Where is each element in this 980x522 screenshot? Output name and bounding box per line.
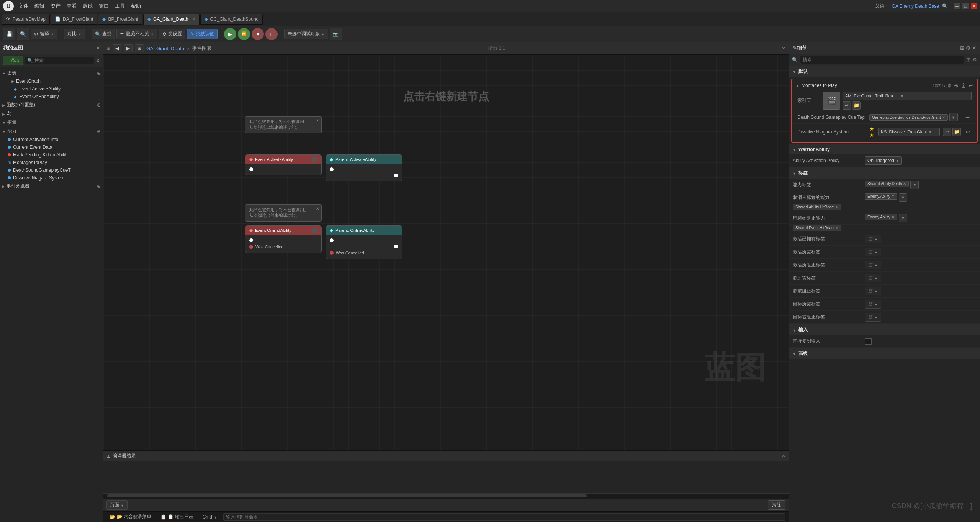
stop-button[interactable]: ■ — [252, 28, 264, 40]
breadcrumb-root[interactable]: GA_Giant_Death — [146, 46, 184, 51]
variables-section[interactable]: 变量 — [0, 118, 103, 127]
checkbox-direct-copy[interactable] — [865, 338, 872, 345]
parent-value[interactable]: GA Enemy Death Base — [892, 3, 939, 9]
chip-remove-icon[interactable]: ✕ — [836, 205, 839, 209]
console-input[interactable] — [223, 513, 785, 521]
input-section-header[interactable]: 输入 — [789, 324, 980, 335]
add-function-icon[interactable]: ⊕ — [97, 102, 101, 108]
compare-button[interactable]: 对比 — [64, 29, 85, 39]
page-button[interactable]: 页面 — [106, 500, 128, 510]
node-parent-on-end-ability[interactable]: ◆ Parent: OnEndAbility Was Cancelled — [326, 225, 402, 259]
menu-help[interactable]: 帮助 — [131, 3, 141, 10]
canvas[interactable]: 点击右键新建节点 蓝图 此节点被禁用，将不会被调用。从引脚连出线来编译功能。 ✕… — [103, 55, 789, 450]
empty-tag-dropdown[interactable]: 空 — [865, 300, 881, 309]
ability-section[interactable]: 能力 ⊕ — [0, 127, 103, 136]
node-event-on-end-ability[interactable]: ◆ Event OnEndAbility Was Cancelled — [245, 225, 322, 253]
settings-icon[interactable]: ⚙ — [966, 45, 970, 51]
dissolve-dropdown[interactable]: NS_Dissolve_FrostGiant — [878, 128, 940, 136]
tag-expand-btn[interactable]: ▼ — [949, 113, 958, 121]
tab-bp-frost-giant[interactable]: ◆ BP_FrostGiant — [98, 14, 142, 25]
empty-tag-dropdown[interactable]: 空 — [865, 261, 881, 269]
settings-icon[interactable]: ⚙ — [96, 58, 100, 63]
grid-view-icon[interactable]: ⊞ — [960, 45, 964, 51]
node-settings-icon[interactable] — [312, 157, 317, 162]
add-array-icon[interactable]: ⊕ — [954, 82, 959, 89]
tree-item-mark-pending-kill[interactable]: Mark Pending Kill on Abilit — [0, 151, 103, 159]
parent-search-icon[interactable]: 🔍 — [942, 3, 948, 9]
tree-item-montages-to-play[interactable]: ⊞ MontagesToPlay — [0, 159, 103, 166]
menu-tools[interactable]: 工具 — [115, 3, 125, 10]
event-graph-close-icon[interactable]: ✕ — [782, 46, 785, 51]
menu-view[interactable]: 查看 — [67, 3, 77, 10]
grid-icon[interactable]: ⊞ — [967, 57, 970, 62]
empty-tag-dropdown[interactable]: 空 — [865, 248, 881, 256]
settings-btn-icon[interactable]: ⚙ — [973, 57, 977, 62]
tree-item-dissolve-niagara[interactable]: Dissolve Niagara System — [0, 174, 103, 182]
node-settings-icon[interactable] — [312, 228, 317, 233]
montage-reset-btn[interactable]: ↩ — [843, 101, 851, 110]
details-search-input[interactable] — [800, 56, 964, 64]
chip-remove-icon[interactable]: ✕ — [892, 194, 895, 199]
nav-back-button[interactable]: ◀ — [113, 44, 121, 52]
camera-button[interactable]: 📷 — [330, 28, 342, 40]
save-button[interactable]: 💾 — [3, 28, 15, 40]
tag-expand-btn[interactable]: ▼ — [899, 214, 907, 222]
browse-button[interactable]: 🔍 — [17, 28, 29, 40]
tree-item-on-end-ability[interactable]: ◆ Event OnEndAbility — [0, 93, 103, 100]
graph-section[interactable]: 图表 ⊕ — [0, 69, 103, 77]
dissolve-browse-btn[interactable]: 📁 — [952, 128, 961, 136]
macros-section[interactable]: 宏 — [0, 109, 103, 118]
node-parent-activate-ability[interactable]: ◆ Parent: ActivateAbility — [326, 154, 402, 181]
clear-button[interactable]: 清除 — [768, 500, 785, 510]
cmd-button[interactable]: Cmd — [200, 514, 220, 520]
close-button[interactable]: ✕ — [971, 3, 977, 9]
output-log-button[interactable]: 📋 📋 输出日志 — [157, 513, 196, 521]
play2-button[interactable]: ⏩ — [238, 28, 250, 40]
tab-da-frost-giant[interactable]: 📄 DA_FrostGiant — [51, 14, 97, 25]
search-box[interactable]: 🔍 — [25, 57, 94, 64]
tab-ga-giant-death[interactable]: ◆ GA_Giant_Death ✕ — [143, 14, 199, 25]
dissolve-outer-reset-btn[interactable]: ↩ — [964, 128, 972, 136]
death-sound-reset-btn[interactable]: ↩ — [964, 113, 972, 121]
pause-button[interactable]: ⏸ — [265, 28, 278, 40]
nav-forward-button[interactable]: ▶ — [124, 44, 133, 52]
tree-item-death-sound-gameplay-cue[interactable]: DeathSoundGameplayCueT — [0, 166, 103, 174]
activation-policy-dropdown[interactable]: On Triggered — [865, 156, 902, 165]
functions-section[interactable]: 函数(6可覆盖) ⊕ — [0, 100, 103, 109]
scrollbar-thumb[interactable] — [107, 494, 587, 497]
dissolve-reset-btn[interactable]: ↩ — [943, 128, 951, 136]
delete-array-icon[interactable]: 🗑 — [961, 82, 966, 89]
chip-remove-icon[interactable]: ✕ — [836, 226, 839, 230]
tree-item-event-graph[interactable]: ◈ EventGraph — [0, 77, 103, 85]
fullscreen-button[interactable]: ⊞ — [135, 44, 144, 52]
horizontal-scrollbar[interactable] — [103, 493, 789, 499]
find-button[interactable]: 🔍 查找 — [92, 29, 115, 39]
menu-window[interactable]: 窗口 — [99, 3, 109, 10]
debug-target-dropdown[interactable]: 未选中调试对象 — [284, 29, 328, 39]
add-ability-icon[interactable]: ⊕ — [97, 129, 101, 134]
default-section-header[interactable]: 默认 — [789, 66, 980, 77]
maximize-button[interactable]: □ — [962, 3, 969, 9]
add-dispatcher-icon[interactable]: ⊕ — [97, 184, 101, 189]
menu-edit[interactable]: 编辑 — [34, 3, 44, 10]
menu-file[interactable]: 文件 — [18, 3, 28, 10]
tree-item-current-event-data[interactable]: Current Event Data — [0, 143, 103, 151]
play-button[interactable]: ▶ — [224, 28, 236, 40]
note-close[interactable]: ✕ — [316, 118, 319, 123]
tag-expand-btn[interactable]: ▼ — [910, 181, 919, 189]
content-browser-button[interactable]: 📂 📂 内容侧滑菜单 — [106, 513, 154, 521]
empty-tag-dropdown[interactable]: 空 — [865, 235, 881, 243]
compiler-close-icon[interactable]: ✕ — [782, 453, 785, 459]
empty-tag-dropdown[interactable]: 空 — [865, 313, 881, 322]
tags-header[interactable]: 标签 — [789, 167, 980, 179]
empty-tag-dropdown[interactable]: 空 — [865, 287, 881, 295]
compile-button[interactable]: ⚙ 编译 — [31, 29, 57, 39]
add-button[interactable]: + 添加 — [3, 56, 23, 65]
tab-close-icon[interactable]: ✕ — [192, 17, 195, 21]
chip-remove-icon[interactable]: ✕ — [903, 182, 906, 186]
chip-remove-icon[interactable]: ✕ — [892, 215, 895, 219]
event-dispatchers-section[interactable]: 事件分发器 ⊕ — [0, 182, 103, 190]
hide-unrelated-button[interactable]: 👁 隐藏不相关 — [116, 29, 157, 39]
node-event-activate-ability[interactable]: ◆ Event ActivateAbility — [245, 154, 322, 175]
search-input[interactable] — [34, 58, 92, 63]
